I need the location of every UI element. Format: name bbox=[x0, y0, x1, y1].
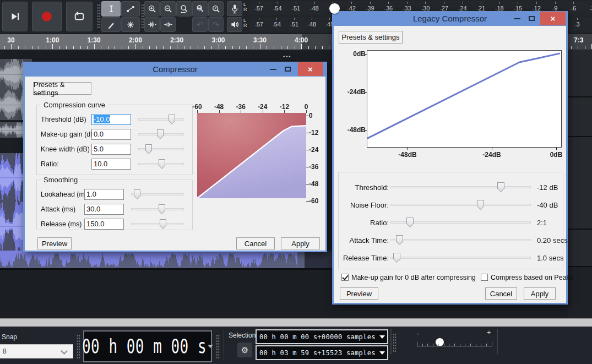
compressor-presets-button[interactable]: Presets & settings bbox=[33, 82, 91, 95]
redo-button[interactable]: ↷ bbox=[208, 17, 224, 32]
record-meter-button[interactable] bbox=[227, 1, 242, 16]
selection-start-field[interactable]: 00 h 00 m 00 s+00000 samples bbox=[256, 329, 388, 344]
slider-thumb[interactable] bbox=[393, 253, 400, 263]
track2-waveform-bottom[interactable] bbox=[0, 251, 305, 268]
legacy-titlebar[interactable]: Legacy Compressor × bbox=[332, 11, 568, 26]
slider-thumb[interactable] bbox=[159, 204, 165, 214]
group-label: Compression curve bbox=[41, 101, 107, 109]
multi-tool-button[interactable] bbox=[121, 17, 140, 32]
value-input[interactable]: 10.0 bbox=[91, 159, 131, 170]
speed-slider-thumb[interactable] bbox=[436, 338, 444, 346]
field-label: Make-up gain (dB) bbox=[41, 131, 97, 138]
playback-meter-button[interactable] bbox=[227, 17, 242, 32]
close-button[interactable]: × bbox=[540, 12, 566, 25]
meter-tick bbox=[388, 2, 389, 4]
zoom-selection-button[interactable] bbox=[176, 1, 192, 17]
trim-audio-button[interactable] bbox=[144, 17, 160, 32]
value-input[interactable]: 5.0 bbox=[91, 144, 131, 155]
speed-slider-tick bbox=[454, 344, 455, 346]
ruler-minor-tick bbox=[308, 46, 309, 49]
value-input[interactable]: 0.0 bbox=[91, 129, 131, 140]
minimize-button[interactable] bbox=[267, 62, 280, 76]
value-input[interactable]: -10.0 bbox=[91, 114, 131, 125]
selection-end-field[interactable]: 00 h 03 m 59 s+15523 samples bbox=[256, 345, 388, 360]
field-label: Knee width (dB) bbox=[41, 145, 90, 153]
ruler-minor-tick bbox=[295, 46, 295, 49]
silence-audio-button[interactable] bbox=[160, 17, 176, 32]
undo-button[interactable]: ↶ bbox=[192, 17, 208, 32]
speed-minus-label[interactable]: - bbox=[417, 329, 419, 338]
compressor-titlebar[interactable]: Compressor × bbox=[23, 62, 327, 77]
maximize-button[interactable] bbox=[281, 62, 294, 76]
zoom-in-button[interactable] bbox=[144, 1, 160, 17]
playback-meter-channel-labels: LR bbox=[243, 18, 249, 28]
zoom-out-button[interactable] bbox=[160, 1, 176, 17]
value-slider[interactable] bbox=[131, 204, 184, 215]
effects-rack-handle[interactable]: ••• bbox=[283, 54, 291, 59]
slider-thumb[interactable] bbox=[157, 129, 164, 139]
snap-dropdown[interactable]: 8 bbox=[0, 344, 73, 358]
legacy-slider[interactable] bbox=[390, 217, 531, 228]
legacy-slider[interactable] bbox=[390, 182, 531, 193]
time-format-dropdown-icon[interactable] bbox=[208, 345, 213, 348]
value-slider[interactable] bbox=[131, 189, 184, 200]
slider-thumb[interactable] bbox=[160, 219, 166, 229]
legacy-slider[interactable] bbox=[390, 235, 531, 246]
legacy-slider[interactable] bbox=[390, 199, 531, 210]
checkbox-checked[interactable] bbox=[341, 274, 349, 281]
selection-settings-button[interactable]: ⚙ bbox=[237, 343, 252, 357]
slider-thumb[interactable] bbox=[159, 159, 165, 169]
legacy-preview-button[interactable]: Preview bbox=[340, 287, 378, 300]
compressor-apply-button[interactable]: Apply bbox=[281, 237, 320, 249]
maximize-button[interactable] bbox=[525, 12, 538, 25]
graph-x-tick-label: -48dB bbox=[398, 151, 416, 159]
speed-plus-label[interactable]: + bbox=[487, 328, 491, 336]
selection-toolbar-grip[interactable] bbox=[216, 334, 220, 358]
horizontal-scrollbar[interactable] bbox=[0, 318, 592, 327]
play-button[interactable] bbox=[2, 2, 28, 31]
legacy-presets-button[interactable]: Presets & settings bbox=[339, 31, 403, 44]
field-label: Attack (ms) bbox=[41, 205, 75, 213]
slider-thumb[interactable] bbox=[406, 218, 414, 227]
zoom-fit-button[interactable] bbox=[192, 1, 208, 17]
value-input[interactable]: 30.0 bbox=[84, 204, 124, 215]
dropdown-arrow-icon[interactable] bbox=[379, 335, 385, 339]
envelope-tool-button[interactable] bbox=[121, 1, 140, 17]
legacy-apply-button[interactable]: Apply bbox=[524, 287, 556, 300]
compressor-preview-button[interactable]: Preview bbox=[37, 237, 72, 249]
selection-tool-button[interactable] bbox=[101, 1, 121, 17]
draw-tool-button[interactable] bbox=[101, 17, 121, 32]
legacy-cancel-button[interactable]: Cancel bbox=[485, 287, 517, 300]
transport-grip[interactable] bbox=[97, 4, 101, 29]
slider-thumb[interactable] bbox=[134, 189, 140, 199]
time-display[interactable]: 00 h 00 m 00 s bbox=[83, 330, 212, 362]
value-slider[interactable] bbox=[138, 144, 184, 155]
value-slider[interactable] bbox=[138, 159, 184, 170]
loop-button[interactable] bbox=[66, 2, 93, 31]
slider-thumb[interactable] bbox=[477, 200, 484, 210]
value-slider[interactable] bbox=[131, 219, 184, 230]
value-input[interactable]: 150.0 bbox=[84, 219, 124, 230]
slider-thumb[interactable] bbox=[169, 115, 175, 124]
ruler-time-label: 3:00 bbox=[211, 36, 225, 44]
record-button[interactable] bbox=[32, 2, 62, 31]
meter-tick-label: -54 bbox=[272, 21, 281, 28]
zoom-toggle-button[interactable] bbox=[208, 1, 224, 17]
slider-thumb[interactable] bbox=[145, 144, 152, 154]
ruler-time-label: 2:00 bbox=[129, 36, 142, 44]
dropdown-arrow-icon[interactable] bbox=[379, 351, 385, 355]
play-at-speed-grip[interactable] bbox=[393, 333, 397, 353]
time-toolbar-grip[interactable] bbox=[77, 334, 80, 358]
value-slider[interactable] bbox=[138, 129, 184, 140]
compressor-cancel-button[interactable]: Cancel bbox=[236, 237, 275, 249]
ruler-minor-tick bbox=[287, 46, 288, 49]
slider-thumb[interactable] bbox=[396, 235, 403, 245]
legacy-slider[interactable] bbox=[390, 252, 531, 263]
checkbox-unchecked[interactable] bbox=[481, 274, 488, 281]
value-input[interactable]: 1.0 bbox=[84, 189, 124, 200]
minimize-button[interactable] bbox=[510, 12, 524, 25]
slider-thumb[interactable] bbox=[497, 182, 504, 192]
recording-level-slider-ball[interactable] bbox=[329, 3, 340, 14]
value-slider[interactable] bbox=[138, 114, 184, 125]
close-button[interactable]: × bbox=[298, 62, 323, 76]
